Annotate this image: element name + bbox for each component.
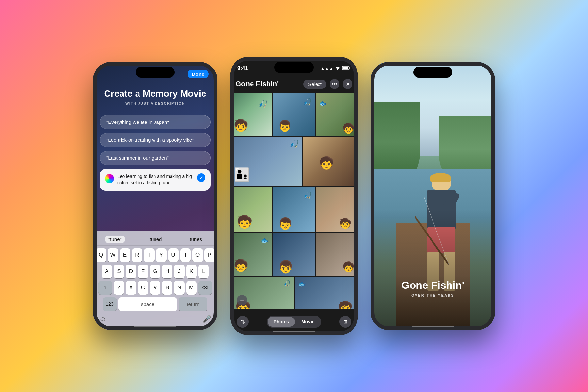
memory-content: Create a Memory Movie WITH JUST A DESCRI… [93,85,217,191]
phone-1: Done Create a Memory Movie WITH JUST A D… [93,62,217,330]
grid-cell-13[interactable]: 🧒 🐟 [295,277,358,309]
more-button[interactable]: ••• [330,79,339,89]
predictive-bar: "tune" tuned tunes [94,234,216,246]
kb-row-1: Q W E R T Y U I O P [94,248,216,262]
album-title: Gone Fishin' [236,80,279,88]
select-button[interactable]: Select [303,80,326,89]
key-d[interactable]: D [126,265,136,278]
tab-photos[interactable]: Photos [268,317,295,327]
grid-cell-10[interactable]: 👦 [273,233,315,276]
grid-row-3: 🧒 👦 🎣 🧒 [230,187,358,232]
suggestion-1[interactable]: "Everything we ate in Japan" [100,115,211,129]
key-s[interactable]: S [114,265,124,278]
grid-view-button[interactable]: ⊞ [339,316,351,328]
tab-movie[interactable]: Movie [296,317,320,327]
kb-row-4: 123 space return [94,297,216,311]
key-k[interactable]: K [186,265,197,278]
grid-cell-3[interactable]: 🧒 🐟 [316,93,358,136]
home-indicator-3 [412,326,454,327]
key-q[interactable]: Q [96,248,106,262]
grid-row-4: 🧒 🐟 👦 🧒 [230,233,358,276]
predictive-word-1[interactable]: "tune" [105,236,125,243]
key-u[interactable]: U [168,248,179,262]
key-b[interactable]: B [162,281,172,295]
photo-3-title: Gone Fishin' [381,279,485,291]
add-button[interactable]: + [237,295,247,305]
key-123[interactable]: 123 [103,297,117,311]
submit-icon[interactable]: ✓ [197,173,205,182]
key-p[interactable]: P [204,248,215,262]
suggestion-2[interactable]: "Leo trick-or-treating with a spooky vib… [100,133,211,147]
grid-cell-1[interactable]: 🧒 🎣 [230,93,272,136]
key-r[interactable]: R [132,248,142,262]
key-m[interactable]: M [186,281,197,295]
dynamic-island-2 [274,62,314,73]
phone-3-screen: Gone Fishin' OVER THE YEARS [371,62,495,330]
key-o[interactable]: O [192,248,203,262]
key-c[interactable]: C [138,281,148,295]
svg-rect-1 [343,67,348,69]
microphone-key[interactable]: 🎤 [203,315,211,323]
key-y[interactable]: Y [156,248,167,262]
grid-cell-5[interactable]: 🧒 [303,137,358,186]
key-v[interactable]: V [150,281,160,295]
grid-cell-4[interactable]: 👨‍👦 🎣 [230,137,302,186]
key-x[interactable]: X [126,281,136,295]
photo-3-subtitle: OVER THE YEARS [381,293,485,297]
key-g[interactable]: G [150,265,160,278]
phone-2: 9:41 ▲▲▲ Gone Fishin' [230,57,358,335]
key-n[interactable]: N [174,281,185,295]
home-indicator-1 [134,326,176,327]
home-indicator-2 [273,331,315,332]
photo-grid: 🧒 🎣 👦 🎣 🧒 🐟 [230,93,358,309]
grid-row-5: 🧒 🎣 🧒 🐟 [230,277,358,309]
memory-subtitle: WITH JUST A DESCRIPTION [125,101,185,105]
grid-cell-7[interactable]: 👦 🎣 [273,187,315,232]
grid-cell-6[interactable]: 🧒 [230,187,272,232]
photo-3-text: Gone Fishin' OVER THE YEARS [371,279,495,297]
wifi-icon [335,66,340,71]
close-icon: ✕ [346,81,350,87]
signal-icon: ▲▲▲ [320,66,333,71]
input-text[interactable]: Leo learning to fish and making a big ca… [117,173,194,186]
phone-2-header: Gone Fishin' Select ••• ✕ [230,75,358,93]
key-f[interactable]: F [138,265,148,278]
key-t[interactable]: T [144,248,155,262]
grid-icon: ⊞ [343,319,347,324]
key-return[interactable]: return [179,297,207,311]
key-h[interactable]: H [162,265,172,278]
text-input-box[interactable]: Leo learning to fish and making a big ca… [100,169,211,191]
done-button[interactable]: Done [188,70,209,78]
key-j[interactable]: J [174,265,185,278]
predictive-word-3[interactable]: tunes [187,236,205,243]
key-i[interactable]: I [180,248,191,262]
grid-cell-2[interactable]: 👦 🎣 [273,93,315,136]
dynamic-island-1 [136,67,175,78]
key-e[interactable]: E [120,248,130,262]
ellipsis-icon: ••• [332,81,337,87]
grid-cell-8[interactable]: 🧒 [316,187,358,232]
sort-icon: ⇅ [241,319,245,325]
phone-1-screen: Done Create a Memory Movie WITH JUST A D… [93,62,217,330]
key-shift[interactable]: ⇧ [98,281,112,295]
keyboard-area: "tune" tuned tunes Q W E R T Y U I O P A… [93,231,217,330]
grid-row-2: 👨‍👦 🎣 🧒 [230,137,358,186]
key-backspace[interactable]: ⌫ [198,281,212,295]
key-z[interactable]: Z [114,281,124,295]
close-button[interactable]: ✕ [343,79,352,89]
suggestion-3[interactable]: "Last summer in our garden" [100,151,211,165]
kb-row-3: ⇧ Z X C V B N M ⌫ [94,281,216,295]
tab-switcher: Photos Movie [267,316,321,328]
grid-cell-9[interactable]: 🧒 🐟 [230,233,272,276]
emoji-key[interactable]: ☺ [99,315,106,323]
key-l[interactable]: L [198,265,209,278]
key-a[interactable]: A [102,265,112,278]
phone-2-screen: 9:41 ▲▲▲ Gone Fishin' [230,57,358,335]
key-w[interactable]: W [108,248,118,262]
status-icons: ▲▲▲ [320,66,351,71]
siri-icon [105,174,114,183]
key-space[interactable]: space [118,297,177,311]
grid-cell-11[interactable]: 🧒 [316,233,358,276]
sort-button[interactable]: ⇅ [237,316,249,328]
predictive-word-2[interactable]: tuned [146,236,165,243]
